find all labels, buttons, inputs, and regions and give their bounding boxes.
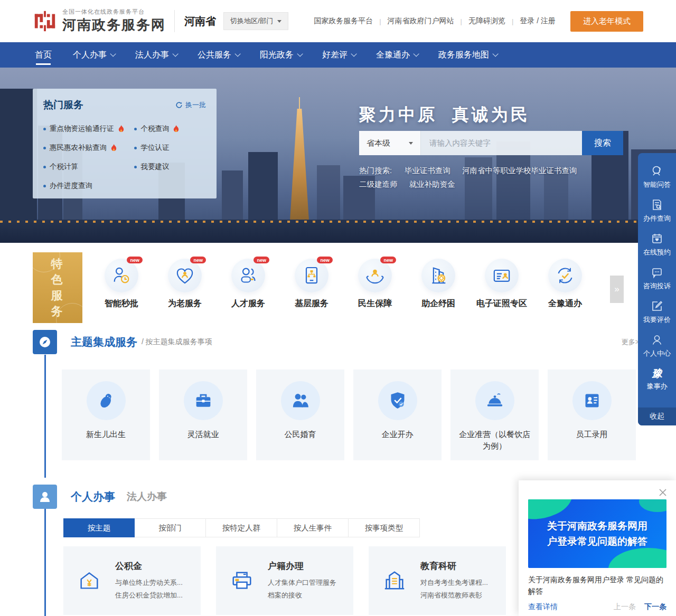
tab-by-life-event[interactable]: 按人生事件 [277, 518, 349, 537]
food-cover-icon [484, 390, 505, 411]
hot-service-link[interactable]: 惠民惠农补贴查询 [43, 138, 134, 157]
side-collapse-button[interactable]: 收起 [638, 407, 676, 425]
hot-search-term[interactable]: 毕业证书查询 [405, 166, 450, 175]
popup-banner-image[interactable]: 关于河南政务服务网用户登录常见问题的解答 [528, 499, 666, 568]
side-consult-complaint[interactable]: 咨询投诉 [638, 262, 676, 296]
switch-region-button[interactable]: 切换地区/部门 [223, 12, 288, 30]
search-scope-dropdown[interactable]: 省本级 [359, 131, 420, 155]
heart-person-icon [174, 265, 195, 286]
side-case-query[interactable]: 办件查询 [638, 194, 676, 228]
nav-open-gov[interactable]: 阳光政务 [260, 42, 301, 68]
hot-service-link[interactable]: 学位认证 [134, 138, 206, 157]
search-scope-value: 省本级 [367, 138, 390, 148]
link-separator: | [379, 17, 381, 25]
link-accessibility[interactable]: 无障碍浏览 [468, 16, 505, 26]
site-logo[interactable]: 全国一体化在线政务服务平台 河南政务服务网 [33, 8, 166, 34]
elder-mode-button[interactable]: 进入老年模式 [570, 11, 643, 32]
nav-province-wide[interactable]: 全豫通办 [376, 42, 417, 68]
next-notice-button[interactable]: 下一条 [644, 602, 666, 612]
view-details-link[interactable]: 查看详情 [528, 602, 558, 612]
theme-card-flexible-employment[interactable]: 灵活就业 [159, 369, 247, 460]
theme-card-marriage[interactable]: 公民婚育 [256, 369, 344, 460]
nav-label: 首页 [35, 50, 52, 61]
prev-notice-button[interactable]: 上一条 [614, 602, 636, 612]
id-card-icon [491, 265, 512, 286]
themes-section-header: 主题集成服务 / 按主题集成服务事项 更多>> [33, 330, 643, 354]
hot-service-label: 学位认证 [140, 143, 169, 153]
link-national-platform[interactable]: 国家政务服务平台 [314, 16, 373, 26]
hot-service-link[interactable]: 办件进度查询 [43, 176, 134, 195]
hot-services-panel: 热门服务 换一批 重点物资运输通行证 惠民惠农补贴查询 个税计算 办件进度查询 … [33, 89, 217, 198]
header-divider [174, 10, 175, 32]
banner-slogan: 聚力中原 真诚为民 [359, 103, 530, 127]
feature-item-e-license[interactable]: 电子证照专区 [470, 252, 533, 323]
card-title: 公积金 [115, 560, 183, 572]
hot-service-link[interactable]: 个税计算 [43, 157, 134, 176]
theme-label: 员工录用 [571, 429, 613, 440]
hot-service-link[interactable]: 我要建议 [134, 157, 206, 176]
card-education-research[interactable]: 教育科研 对自考考生免考课程... 河南省模范教师表彰 [369, 546, 506, 615]
feature-item-smart-approval[interactable]: new 智能秒批 [90, 252, 153, 323]
tab-by-item-type[interactable]: 按事项类型 [349, 518, 420, 537]
platform-tagline: 全国一体化在线政务服务平台 [62, 8, 166, 16]
side-toolbar: 智能问答 办件查询 在线预约 咨询投诉 我要评价 个人中心 豫 豫事办 [638, 153, 676, 425]
new-badge: new [127, 257, 143, 263]
nav-label: 公共服务 [198, 50, 231, 61]
feature-item-elder-services[interactable]: new 为老服务 [153, 252, 217, 323]
id-badge-icon [581, 390, 603, 411]
side-online-booking[interactable]: 在线预约 [638, 228, 676, 262]
nav-rating[interactable]: 好差评 [322, 42, 355, 68]
tab-by-department[interactable]: 按部门 [135, 518, 206, 537]
chevron-down-icon [110, 51, 116, 56]
refresh-batch-button[interactable]: 换一批 [175, 100, 206, 110]
card-line: 住房公积金贷款增加... [115, 589, 183, 602]
new-badge: new [317, 257, 333, 263]
link-login-register[interactable]: 登录 / 注册 [520, 16, 556, 26]
hot-search-term[interactable]: 二级建造师 [359, 180, 398, 188]
feature-item-grassroots-services[interactable]: new 基层服务 [280, 252, 343, 323]
caret-down-icon [277, 20, 281, 23]
feature-item-livelihood[interactable]: new 民生保障 [343, 252, 407, 323]
tab-by-theme[interactable]: 按主题 [63, 518, 135, 537]
nav-public-services[interactable]: 公共服务 [198, 42, 239, 68]
feature-item-province-wide[interactable]: 全豫通办 [533, 252, 597, 323]
theme-card-business-license[interactable]: 企业准营（以餐饮店为例） [450, 369, 539, 460]
side-label: 我要评价 [643, 315, 671, 325]
hot-search-term[interactable]: 河南省中等职业学校毕业证书查询 [462, 166, 577, 175]
card-household-registration[interactable]: 户籍办理 人才集体户口管理服务 档案的接收 [216, 546, 353, 615]
feature-item-talent-services[interactable]: new 人才服务 [217, 252, 280, 323]
link-separator: | [461, 17, 462, 25]
side-yushiban-app[interactable]: 豫 豫事办 [638, 363, 676, 396]
site-name: 河南政务服务网 [62, 16, 166, 34]
top-header: 全国一体化在线政务服务平台 河南政务服务网 河南省 切换地区/部门 国家政务服务… [0, 0, 676, 42]
hands-person-icon [364, 265, 386, 286]
feature-panel-title: 特色服务 [33, 252, 82, 323]
couple-icon [290, 390, 311, 411]
link-henan-portal[interactable]: 河南省政府门户网站 [388, 16, 454, 26]
hot-service-link[interactable]: 个税查询 [134, 119, 206, 138]
nav-home[interactable]: 首页 [35, 42, 52, 68]
side-personal-center[interactable]: 个人中心 [638, 329, 676, 363]
nav-personal[interactable]: 个人办事 [73, 42, 114, 68]
nav-legal[interactable]: 法人办事 [135, 42, 176, 68]
legal-entity-tab[interactable]: 法人办事 [127, 490, 167, 504]
card-housing-fund[interactable]: 公积金 与单位终止劳动关系... 住房公积金贷款增加... [63, 546, 201, 615]
theme-card-newborn[interactable]: 新生儿出生 [62, 369, 150, 460]
banner-decoration [608, 548, 666, 568]
side-label: 豫事办 [647, 382, 668, 391]
tab-by-group[interactable]: 按特定人群 [206, 518, 277, 537]
nav-service-map[interactable]: 政务服务地图 [438, 42, 496, 68]
search-input[interactable] [420, 131, 582, 155]
hot-service-link[interactable]: 重点物资运输通行证 [43, 119, 134, 138]
feature-item-enterprise-relief[interactable]: 助企纾困 [407, 252, 470, 323]
close-icon[interactable] [658, 488, 668, 497]
hot-search-term[interactable]: 就业补助资金 [409, 180, 455, 188]
scroll-right-button[interactable]: » [610, 276, 624, 303]
side-smart-qa[interactable]: 智能问答 [638, 160, 676, 194]
side-label: 个人中心 [643, 349, 671, 358]
theme-card-hiring[interactable]: 员工录用 [548, 369, 636, 460]
nav-label: 好差评 [322, 50, 348, 61]
theme-card-start-business[interactable]: 企业开办 [353, 369, 442, 460]
search-button[interactable]: 搜索 [582, 131, 623, 155]
side-rate-me[interactable]: 我要评价 [638, 296, 676, 329]
